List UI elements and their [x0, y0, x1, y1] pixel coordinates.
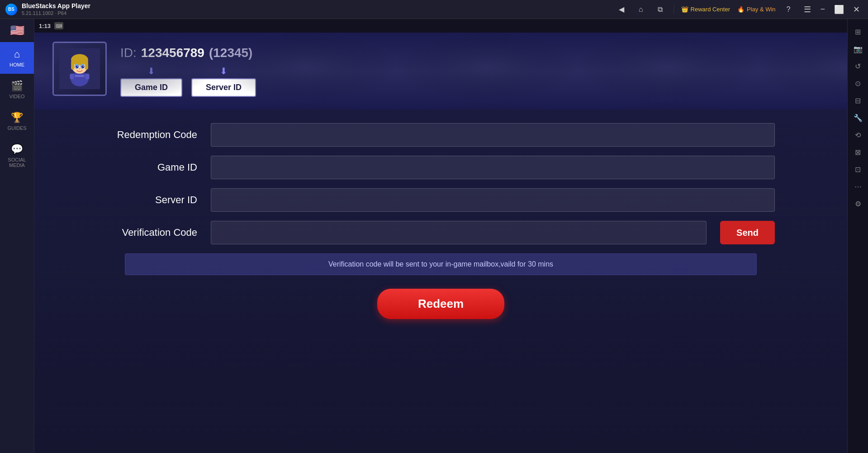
- svg-rect-13: [75, 75, 85, 77]
- close-button[interactable]: ✕: [850, 5, 863, 14]
- guides-icon: 🏆: [11, 112, 23, 124]
- video-icon: 🎬: [11, 80, 23, 92]
- info-banner: Verification code will be sent to your i…: [125, 253, 757, 275]
- rt-btn-10[interactable]: ⋯: [850, 178, 866, 195]
- sidebar-video-label: VIDEO: [9, 94, 24, 99]
- rt-btn-4[interactable]: ⊙: [850, 75, 866, 91]
- titlebar-controls: ◀ ⌂ ⧉ 👑 Reward Center 🔥 Play & Win ? ☰ −…: [615, 3, 863, 15]
- reward-center-label: Reward Center: [691, 6, 730, 13]
- id-label: ID:: [120, 46, 137, 60]
- id-buttons-row: ⬇ Game ID ⬇ Server ID: [120, 66, 829, 97]
- verification-code-row: Verification Code Send: [107, 221, 775, 244]
- rt-btn-8[interactable]: ⊠: [850, 144, 866, 160]
- redemption-code-row: Redemption Code: [107, 123, 775, 147]
- game-id-group: ⬇ Game ID: [120, 66, 182, 97]
- svg-rect-15: [85, 74, 90, 80]
- sidebar-item-social-media[interactable]: 💬 SOCIAL MEDIA: [0, 137, 34, 174]
- game-id-button[interactable]: Game ID: [120, 78, 182, 97]
- sidebar-item-guides[interactable]: 🏆 GUIDES: [0, 105, 34, 137]
- player-id-server: (12345): [209, 46, 253, 60]
- sidebar-guides-label: GUIDES: [7, 125, 26, 131]
- server-id-arrow: ⬇: [220, 66, 228, 76]
- fire-icon: 🔥: [737, 6, 745, 13]
- redemption-code-label: Redemption Code: [107, 129, 197, 141]
- rt-btn-9[interactable]: ⊡: [850, 161, 866, 177]
- server-id-group: ⬇ Server ID: [191, 66, 256, 97]
- rt-btn-3[interactable]: ↺: [850, 58, 866, 74]
- game-id-arrow: ⬇: [147, 66, 155, 76]
- send-button[interactable]: Send: [720, 221, 775, 244]
- sidebar-item-home[interactable]: ⌂ HOME: [0, 42, 34, 74]
- player-id-row: ID: 123456789 (12345): [120, 46, 829, 60]
- server-id-button[interactable]: Server ID: [191, 78, 256, 97]
- game-header: ID: 123456789 (12345) ⬇ Game ID ⬇ Server…: [34, 33, 847, 110]
- keyboard-icon: ⌨: [54, 22, 63, 29]
- rt-btn-1[interactable]: ⊞: [850, 24, 866, 40]
- window-controls: ☰ − ⬜ ✕: [801, 5, 863, 14]
- game-id-form-label: Game ID: [107, 162, 197, 173]
- reward-center-button[interactable]: 👑 Reward Center: [681, 6, 730, 13]
- play-win-label: Play & Win: [747, 6, 776, 13]
- player-id-main: 123456789: [141, 46, 204, 60]
- play-win-button[interactable]: 🔥 Play & Win: [737, 6, 776, 13]
- info-text: Verification code will be sent to your i…: [328, 260, 553, 268]
- main-layout: 🇺🇸 ⌂ HOME 🎬 VIDEO 🏆 GUIDES 💬 SOCIAL MEDI…: [0, 19, 868, 453]
- menu-button[interactable]: ☰: [801, 5, 814, 14]
- verification-code-label: Verification Code: [107, 227, 197, 238]
- redeem-btn-row: Redeem: [107, 289, 775, 319]
- crown-icon: 👑: [681, 6, 688, 13]
- right-toolbar: ⊞ 📷 ↺ ⊙ ⊟ 🔧 ⟲ ⊠ ⊡ ⋯ ⚙: [847, 19, 868, 453]
- social-icon: 💬: [11, 143, 23, 155]
- history-button[interactable]: ⧉: [654, 4, 666, 15]
- app-content: 1:13 ⌨: [34, 19, 847, 453]
- svg-rect-14: [70, 74, 74, 80]
- rt-btn-6[interactable]: 🔧: [850, 110, 866, 126]
- app-logo: BS: [5, 4, 17, 15]
- character-avatar: [52, 42, 107, 100]
- sidebar: 🇺🇸 ⌂ HOME 🎬 VIDEO 🏆 GUIDES 💬 SOCIAL MEDI…: [0, 19, 34, 453]
- rt-btn-2[interactable]: 📷: [850, 41, 866, 57]
- rt-btn-7[interactable]: ⟲: [850, 127, 866, 143]
- server-id-form-label: Server ID: [107, 194, 197, 206]
- game-id-row: Game ID: [107, 156, 775, 179]
- server-id-input[interactable]: [211, 188, 775, 212]
- time-display: 1:13: [39, 23, 51, 29]
- help-button[interactable]: ?: [783, 4, 794, 15]
- title-bar: BS BlueStacks App Player 5.21.111.1002 ·…: [0, 0, 868, 19]
- svg-rect-5: [85, 61, 88, 70]
- form-area: Redemption Code Game ID Server ID Verifi…: [34, 110, 847, 453]
- settings-button[interactable]: ⚙: [850, 196, 866, 212]
- svg-point-12: [79, 68, 81, 69]
- rt-btn-5[interactable]: ⊟: [850, 92, 866, 109]
- verification-code-input[interactable]: [211, 221, 707, 244]
- home-icon: ⌂: [14, 48, 20, 60]
- svg-point-9: [82, 66, 84, 68]
- app-name: BlueStacks App Player: [22, 2, 90, 10]
- flag-icon[interactable]: 🇺🇸: [10, 24, 24, 38]
- game-id-input[interactable]: [211, 156, 775, 179]
- redemption-code-input[interactable]: [211, 123, 775, 147]
- sidebar-social-label: SOCIAL MEDIA: [0, 157, 34, 168]
- redeem-button[interactable]: Redeem: [377, 289, 504, 319]
- avatar-frame: [52, 42, 107, 96]
- sidebar-item-video[interactable]: 🎬 VIDEO: [0, 74, 34, 105]
- sidebar-home-label: HOME: [9, 62, 24, 67]
- back-button[interactable]: ◀: [615, 3, 628, 15]
- header-info: ID: 123456789 (12345) ⬇ Game ID ⬇ Server…: [120, 46, 829, 97]
- avatar-svg: [59, 48, 100, 89]
- app-title-group: BlueStacks App Player 5.21.111.1002 · P6…: [22, 2, 611, 16]
- svg-rect-4: [71, 61, 74, 70]
- time-bar: 1:13 ⌨: [34, 19, 847, 33]
- svg-point-10: [77, 66, 78, 67]
- home-button[interactable]: ⌂: [635, 4, 647, 15]
- minimize-button[interactable]: −: [817, 5, 828, 14]
- server-id-row: Server ID: [107, 188, 775, 212]
- svg-point-8: [76, 66, 78, 68]
- maximize-button[interactable]: ⬜: [831, 5, 847, 14]
- app-version: 5.21.111.1002 · P64: [22, 10, 66, 16]
- svg-point-11: [83, 66, 84, 67]
